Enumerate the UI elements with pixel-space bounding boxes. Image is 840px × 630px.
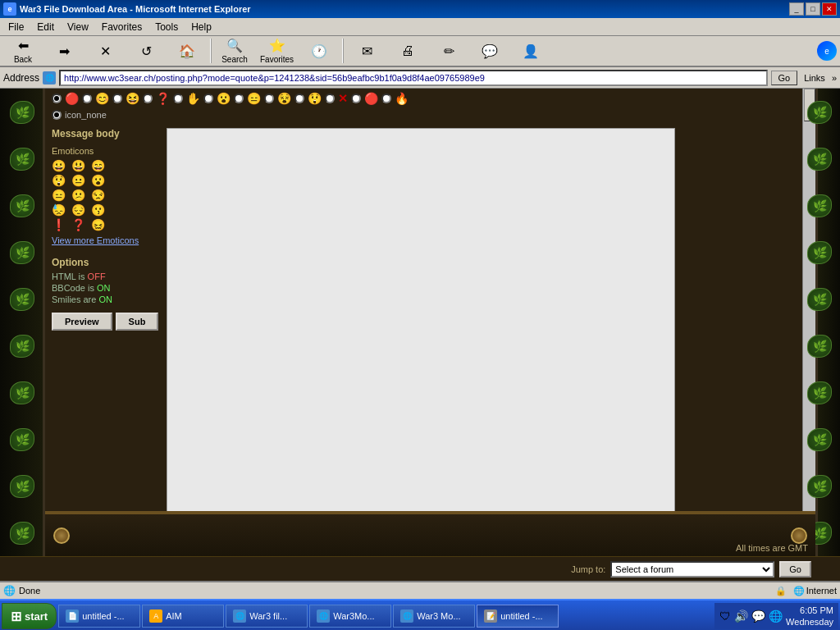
taskbar-item-aim[interactable]: A AIM (142, 605, 224, 628)
start-button[interactable]: ⊞ start (2, 603, 57, 629)
icon-radio-6[interactable] (203, 94, 213, 103)
emo-1[interactable]: 😀 (52, 159, 70, 172)
emo-9[interactable]: 😒 (91, 189, 109, 202)
forward-button[interactable]: ➡ (44, 37, 84, 65)
icon-radio-7[interactable] (234, 94, 244, 103)
messenger-icon: 👤 (523, 43, 539, 59)
icon-radio-10[interactable] (325, 94, 335, 103)
radio-none[interactable] (52, 94, 62, 103)
icon-surprised[interactable]: 😲 (308, 92, 322, 105)
search-button[interactable]: 🔍 Search (215, 37, 254, 65)
emo-8[interactable]: 😕 (71, 189, 89, 202)
address-label: Address (3, 72, 39, 84)
maximize-button[interactable]: □ (806, 2, 820, 16)
icon-hand[interactable]: ✋ (186, 92, 200, 105)
preview-button[interactable]: Preview (52, 313, 112, 331)
emo-14[interactable]: ❓ (71, 218, 89, 231)
radio-8[interactable] (264, 94, 274, 103)
links-label[interactable]: Links (801, 71, 829, 84)
radio-icon-none[interactable] (52, 110, 62, 120)
radio-6[interactable] (203, 94, 213, 103)
view-more-emoticons[interactable]: View more Emoticons (52, 235, 158, 247)
taskbar-item-untitled-1[interactable]: 📄 untitled -... (58, 605, 140, 628)
menu-file[interactable]: File (2, 20, 30, 34)
refresh-icon: ↺ (141, 43, 152, 59)
radio-2[interactable] (82, 94, 92, 103)
taskbar-item-war3mo-2[interactable]: 🌐 War3 Mo... (393, 605, 475, 628)
emo-6[interactable]: 😮 (91, 174, 109, 187)
emo-2[interactable]: 😃 (71, 159, 89, 172)
smilies-status[interactable]: ON (98, 294, 112, 304)
vine-5: 🌿 (10, 288, 34, 311)
icon-dizzy[interactable]: 😵 (277, 92, 291, 105)
icon-radio-11[interactable] (351, 94, 361, 103)
back-button[interactable]: ⬅ Back (3, 37, 43, 65)
icon-radio-8[interactable] (264, 94, 274, 103)
menu-view[interactable]: View (61, 20, 95, 34)
history-button[interactable]: 🕐 (299, 37, 339, 65)
menu-tools[interactable]: Tools (148, 20, 185, 34)
jump-select[interactable]: Select a forum (610, 561, 774, 578)
bbcode-status[interactable]: ON (97, 283, 111, 293)
radio-9[interactable] (294, 94, 304, 103)
icon-open[interactable]: 😮 (217, 92, 231, 105)
edit-button[interactable]: ✏ (429, 37, 468, 65)
icon-red2[interactable]: 🔴 (364, 92, 378, 105)
html-status[interactable]: OFF (88, 272, 106, 281)
icon-radio-9[interactable] (294, 94, 304, 103)
icon-radio-12[interactable] (381, 94, 391, 103)
emo-7[interactable]: 😑 (52, 189, 70, 202)
icon-special[interactable]: 🔥 (395, 92, 409, 105)
radio-11[interactable] (351, 94, 361, 103)
emo-10[interactable]: 😓 (52, 203, 70, 217)
radio-3[interactable] (112, 94, 122, 103)
icon-smile[interactable]: 😊 (95, 92, 109, 105)
favorites-button[interactable]: ⭐ Favorites (256, 37, 298, 65)
icon-red-dot[interactable]: 🔴 (65, 92, 79, 105)
radio-5[interactable] (173, 94, 183, 103)
address-go-button[interactable]: Go (771, 71, 798, 85)
icon-neutral[interactable]: 😑 (247, 92, 261, 105)
icon-smile2[interactable]: 😆 (126, 92, 139, 105)
emo-4[interactable]: 😲 (52, 174, 70, 187)
icon-radio-5[interactable] (173, 94, 183, 103)
clock: 6:05 PM Wednesday (786, 605, 833, 628)
taskbar-label-4: War3Mo... (333, 611, 374, 621)
menu-help[interactable]: Help (185, 20, 218, 34)
submit-button[interactable]: Sub (116, 313, 159, 331)
close-button[interactable]: ✕ (822, 2, 837, 16)
message-textarea[interactable] (167, 128, 675, 511)
emo-12[interactable]: 😗 (91, 203, 109, 217)
print-button[interactable]: 🖨 (388, 37, 427, 65)
menu-edit[interactable]: Edit (30, 20, 61, 34)
icon-radio-2[interactable] (82, 94, 92, 103)
radio-7[interactable] (234, 94, 244, 103)
messenger-button[interactable]: 👤 (511, 37, 550, 65)
radio-10[interactable] (325, 94, 335, 103)
radio-12[interactable] (381, 94, 391, 103)
icon-radio-none[interactable] (52, 94, 62, 103)
action-buttons: Preview Sub (52, 313, 158, 331)
home-button[interactable]: 🏠 (167, 37, 207, 65)
icon-x[interactable]: ✕ (338, 92, 348, 105)
icon-question[interactable]: ❓ (156, 92, 170, 105)
address-input[interactable] (59, 70, 767, 86)
stop-button[interactable]: ✕ (85, 37, 125, 65)
jump-go-button[interactable]: Go (779, 561, 811, 578)
radio-4[interactable] (143, 94, 153, 103)
taskbar-item-war3mo-1[interactable]: 🌐 War3Mo... (309, 605, 391, 628)
menu-favorites[interactable]: Favorites (95, 20, 148, 34)
minimize-button[interactable]: _ (789, 2, 804, 16)
emo-3[interactable]: 😄 (91, 159, 109, 172)
taskbar-item-untitled-2[interactable]: 📝 untitled -... (477, 605, 559, 628)
icon-radio-4[interactable] (143, 94, 153, 103)
refresh-button[interactable]: ↺ (126, 37, 166, 65)
mail-button[interactable]: ✉ (347, 37, 386, 65)
emo-5[interactable]: 😐 (71, 174, 89, 187)
taskbar-item-war3-1[interactable]: 🌐 War3 fil... (226, 605, 308, 628)
emo-11[interactable]: 😔 (71, 203, 89, 217)
discuss-button[interactable]: 💬 (470, 37, 509, 65)
emo-15[interactable]: 😖 (91, 218, 109, 231)
emo-13[interactable]: ❗ (52, 218, 70, 231)
icon-radio-3[interactable] (112, 94, 122, 103)
